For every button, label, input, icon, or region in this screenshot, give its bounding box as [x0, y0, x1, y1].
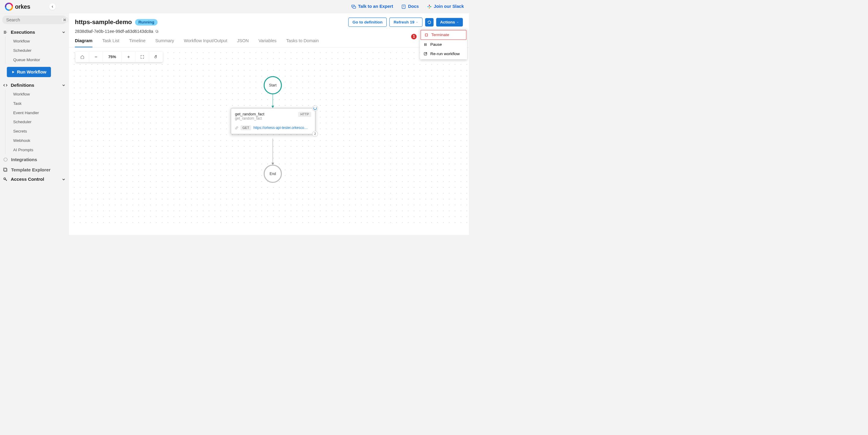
- nav-integrations[interactable]: Integrations: [2, 154, 67, 165]
- copy-icon[interactable]: [155, 30, 159, 33]
- action-pause[interactable]: Pause: [420, 40, 467, 49]
- zoom-level: 75%: [103, 52, 122, 62]
- plus-icon: [127, 55, 130, 59]
- node-start[interactable]: Start: [264, 76, 282, 94]
- home-icon: [80, 55, 84, 59]
- search-box[interactable]: ⌘ K: [2, 16, 67, 24]
- chevron-down-icon: [415, 21, 418, 24]
- diagram-canvas[interactable]: 75% Start get_random_fact get_random_fac…: [69, 47, 469, 223]
- chevron-down-icon: [61, 30, 66, 34]
- task-card[interactable]: get_random_fact get_random_fact HTTP GET…: [231, 108, 315, 134]
- zoom-toolbar: 75%: [76, 52, 163, 62]
- docs-label: Docs: [408, 4, 419, 9]
- execution-id: 2838d9af-7e0b-11ee-99df-a63d6143dc8a: [75, 29, 153, 34]
- tab-tasks-domain[interactable]: Tasks to Domain: [286, 38, 319, 47]
- executions-icon: [3, 30, 7, 34]
- history-button[interactable]: [425, 18, 434, 27]
- docs-icon: ?: [401, 4, 406, 9]
- brand-logo[interactable]: orkes: [5, 2, 30, 10]
- chevron-down-icon: [61, 83, 66, 87]
- notification-badge: 1: [411, 34, 416, 39]
- nav-definitions-title: Definitions: [11, 82, 34, 88]
- content-header: https-sample-demo Running Go to definiti…: [69, 13, 469, 34]
- actions-dropdown-menu: Terminate Pause Re-run workflow: [420, 29, 467, 59]
- template-icon: [3, 168, 8, 172]
- chevron-left-icon: [51, 5, 54, 8]
- zoom-home-button[interactable]: [76, 52, 89, 62]
- tab-summary[interactable]: Summary: [155, 38, 174, 47]
- orkes-logo-icon: [5, 2, 13, 10]
- node-end[interactable]: End: [264, 165, 282, 182]
- slack-link[interactable]: Join our Slack: [427, 4, 464, 9]
- svg-rect-5: [427, 6, 429, 7]
- nav-definitions-header[interactable]: Definitions: [2, 81, 67, 90]
- talk-to-expert-link[interactable]: Talk to an Expert: [351, 4, 393, 9]
- top-header: orkes Talk to an Expert ? Docs Join our …: [0, 0, 469, 13]
- end-label: End: [270, 172, 276, 176]
- zoom-in-button[interactable]: [122, 52, 135, 62]
- tab-workflow-io[interactable]: Workflow Input/Output: [184, 38, 227, 47]
- nav-def-workflow[interactable]: Workflow: [11, 90, 67, 99]
- svg-rect-23: [426, 43, 427, 46]
- svg-rect-22: [424, 43, 425, 46]
- brand-name: orkes: [15, 3, 30, 10]
- nav-template-explorer[interactable]: Template Explorer: [2, 165, 67, 175]
- nav-def-event-handler[interactable]: Event Handler: [11, 108, 67, 118]
- nav-definitions-sub: Workflow Task Event Handler Scheduler Se…: [5, 90, 67, 154]
- top-links: Talk to an Expert ? Docs Join our Slack: [351, 4, 464, 9]
- start-label: Start: [269, 83, 276, 87]
- search-input[interactable]: [6, 18, 61, 23]
- sidebar-collapse-button[interactable]: [49, 3, 56, 10]
- task-name: get_random_fact: [235, 112, 264, 116]
- content-area: https-sample-demo Running Go to definiti…: [69, 13, 469, 235]
- chevron-down-icon: [456, 21, 459, 24]
- refresh-label: Refresh 19: [394, 20, 414, 25]
- nav-executions-header[interactable]: Executions: [2, 28, 67, 36]
- external-icon: [424, 52, 427, 56]
- nav-access-control-header[interactable]: Access Control: [2, 175, 67, 184]
- zoom-out-button[interactable]: [89, 52, 103, 62]
- nav-def-webhook[interactable]: Webhook: [11, 136, 67, 145]
- tab-timeline[interactable]: Timeline: [129, 38, 146, 47]
- svg-text:?: ?: [403, 5, 404, 8]
- slack-icon: [427, 4, 432, 9]
- nav-def-task[interactable]: Task: [11, 99, 67, 108]
- sidebar: ⌘ K Executions Workflow Scheduler Queue …: [0, 13, 69, 235]
- pan-button[interactable]: [149, 52, 163, 62]
- chevron-down-icon: [61, 177, 66, 182]
- tab-variables[interactable]: Variables: [258, 38, 277, 47]
- nav-def-scheduler[interactable]: Scheduler: [11, 117, 67, 127]
- code-icon: [3, 83, 7, 87]
- run-workflow-button[interactable]: Run Workflow: [7, 67, 51, 77]
- tab-task-list[interactable]: Task List: [102, 38, 119, 47]
- zoom-fit-button[interactable]: [135, 52, 149, 62]
- edge-start-task: [273, 94, 273, 106]
- task-ref: get_random_fact: [235, 116, 264, 121]
- nav-def-secrets[interactable]: Secrets: [11, 127, 67, 136]
- nav-exec-scheduler[interactable]: Scheduler: [11, 46, 67, 55]
- nav-def-ai-prompts[interactable]: AI Prompts: [11, 145, 67, 155]
- nav-exec-queue-monitor[interactable]: Queue Monitor: [11, 55, 67, 64]
- svg-rect-7: [430, 6, 431, 7]
- actions-button[interactable]: Actions: [436, 18, 463, 27]
- action-terminate[interactable]: Terminate: [421, 30, 466, 40]
- svg-line-18: [6, 180, 7, 180]
- chat-icon: [351, 4, 356, 9]
- slack-label: Join our Slack: [434, 4, 464, 9]
- actions-label: Actions: [440, 20, 455, 25]
- kbd-cmd: ⌘: [61, 18, 68, 22]
- minus-icon: [94, 55, 98, 59]
- terminate-label: Terminate: [431, 33, 449, 37]
- tab-diagram[interactable]: Diagram: [75, 38, 92, 47]
- docs-link[interactable]: ? Docs: [401, 4, 418, 9]
- run-workflow-label: Run Workflow: [17, 70, 46, 75]
- action-rerun[interactable]: Re-run workflow: [420, 49, 467, 59]
- tab-json[interactable]: JSON: [237, 38, 249, 47]
- pause-icon: [424, 42, 427, 46]
- nav-exec-workflow[interactable]: Workflow: [11, 36, 67, 46]
- go-to-definition-button[interactable]: Go to definition: [348, 18, 387, 27]
- edge-task-end: [273, 139, 273, 165]
- nav-executions-sub: Workflow Scheduler Queue Monitor: [5, 36, 67, 64]
- arrowhead-icon: [272, 106, 274, 108]
- refresh-button[interactable]: Refresh 19: [390, 18, 423, 27]
